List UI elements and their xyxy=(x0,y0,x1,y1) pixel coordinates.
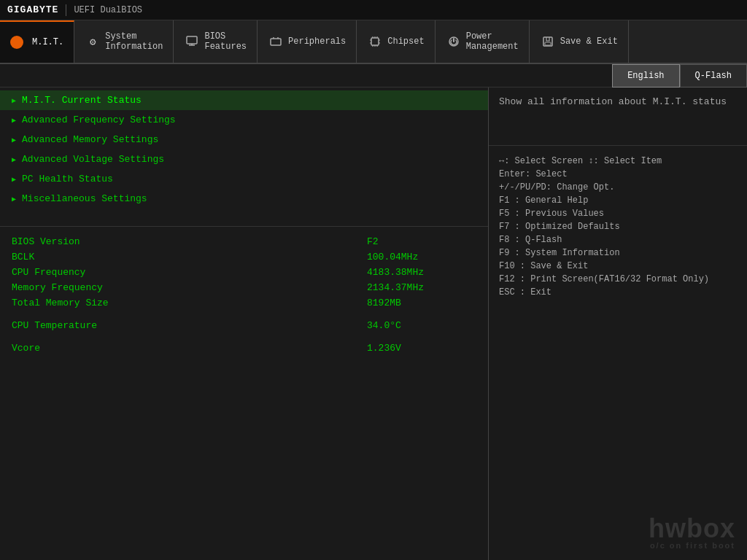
tab-power-management[interactable]: PowerManagement xyxy=(436,20,530,63)
shortcut-enter: Enter: Select xyxy=(499,168,737,181)
svg-rect-0 xyxy=(187,36,197,44)
info-row-bios-version: BIOS Version F2 xyxy=(12,234,476,249)
uefi-label: UEFI DualBIOS xyxy=(74,5,142,15)
right-panel: Show all information about M.I.T. status… xyxy=(489,88,747,560)
svg-rect-6 xyxy=(371,38,379,45)
tab-power-label: PowerManagement xyxy=(466,31,519,52)
english-button[interactable]: English xyxy=(612,64,679,88)
menu-label-4: Advanced Voltage Settings xyxy=(22,154,164,165)
shortcuts-section: ↔: Select Screen ↕: Select Item Enter: S… xyxy=(489,146,747,560)
mem-freq-value: 2134.37MHz xyxy=(367,282,476,293)
total-mem-label: Total Memory Size xyxy=(12,298,158,308)
menu-item-advanced-memory[interactable]: ▶ Advanced Memory Settings xyxy=(0,130,488,149)
chipset-icon xyxy=(367,34,383,50)
tab-mit-label: M.I.T. xyxy=(32,37,63,47)
menu-label-5: PC Health Status xyxy=(22,174,113,184)
shortcut-f7: F7 : Optimized Defaults xyxy=(499,220,737,233)
arrow-icon-4: ▶ xyxy=(12,155,16,164)
tab-peripherals[interactable]: Peripherals xyxy=(258,20,357,63)
arrow-icon-6: ▶ xyxy=(12,195,16,203)
tab-mit[interactable]: M.I.T. xyxy=(0,20,74,63)
main-content: ▶ M.I.T. Current Status ▶ Advanced Frequ… xyxy=(0,88,747,560)
save-exit-icon xyxy=(540,34,556,50)
info-section: BIOS Version F2 BCLK 100.04MHz CPU Frequ… xyxy=(0,226,488,363)
bclk-value: 100.04MHz xyxy=(367,252,476,262)
mem-freq-label: Memory Frequency xyxy=(12,282,158,293)
cpu-temp-value: 34.0°C xyxy=(367,320,476,331)
header-bar: GIGABYTE UEFI DualBIOS xyxy=(0,0,747,20)
menu-item-pc-health[interactable]: ▶ PC Health Status xyxy=(0,169,488,189)
tab-system-info-label: SystemInformation xyxy=(105,31,163,52)
info-row-bclk: BCLK 100.04MHz xyxy=(12,249,476,265)
menu-item-advanced-voltage[interactable]: ▶ Advanced Voltage Settings xyxy=(0,149,488,169)
bios-version-label: BIOS Version xyxy=(12,236,158,247)
tab-peripherals-label: Peripherals xyxy=(288,36,346,47)
system-info-icon: ⚙ xyxy=(85,34,101,50)
menu-list: ▶ M.I.T. Current Status ▶ Advanced Frequ… xyxy=(0,88,488,211)
shortcut-f1: F1 : General Help xyxy=(499,194,737,207)
tab-bios-features-label: BIOSFeatures xyxy=(204,31,247,52)
brand-divider xyxy=(66,4,66,16)
total-mem-value: 8192MB xyxy=(367,298,476,308)
qflash-button[interactable]: Q-Flash xyxy=(680,64,747,88)
tab-chipset-label: Chipset xyxy=(387,36,424,47)
nav-tabs: M.I.T. ⚙ SystemInformation BIOSFeatures … xyxy=(0,20,747,64)
peripherals-icon xyxy=(268,34,284,50)
menu-item-misc[interactable]: ▶ Miscellaneous Settings xyxy=(0,189,488,209)
shortcut-f10: F10 : Save & Exit xyxy=(499,260,737,273)
tab-chipset[interactable]: Chipset xyxy=(357,20,435,63)
menu-label-3: Advanced Memory Settings xyxy=(22,134,158,145)
shortcut-esc: ESC : Exit xyxy=(499,286,737,299)
svg-rect-19 xyxy=(545,42,551,45)
menu-label-1: M.I.T. Current Status xyxy=(22,95,142,106)
tab-bios-features[interactable]: BIOSFeatures xyxy=(174,20,258,63)
left-panel: ▶ M.I.T. Current Status ▶ Advanced Frequ… xyxy=(0,88,489,560)
shortcut-f12: F12 : Print Screen(FAT16/32 Format Only) xyxy=(499,273,737,286)
menu-item-mit-current-status[interactable]: ▶ M.I.T. Current Status xyxy=(0,90,488,110)
shortcut-change-opt: +/-/PU/PD: Change Opt. xyxy=(499,181,737,194)
vcore-value: 1.236V xyxy=(367,343,476,354)
shortcut-f9: F9 : System Information xyxy=(499,246,737,260)
shortcut-f5: F5 : Previous Values xyxy=(499,207,737,220)
spacer-2 xyxy=(12,333,476,341)
info-row-cpu-freq: CPU Frequency 4183.38MHz xyxy=(12,265,476,280)
bios-version-value: F2 xyxy=(367,236,476,247)
vcore-label: Vcore xyxy=(12,343,158,354)
cpu-freq-label: CPU Frequency xyxy=(12,267,158,278)
arrow-icon-2: ▶ xyxy=(12,116,16,125)
info-row-mem-freq: Memory Frequency 2134.37MHz xyxy=(12,280,476,295)
info-row-cpu-temp: CPU Temperature 34.0°C xyxy=(12,318,476,333)
power-icon xyxy=(446,34,462,50)
tab-save-exit[interactable]: Save & Exit xyxy=(530,20,629,63)
menu-label-6: Miscellaneous Settings xyxy=(22,193,147,204)
help-text: Show all information about M.I.T. status xyxy=(489,88,747,146)
info-row-vcore: Vcore 1.236V xyxy=(12,341,476,356)
shortcut-f8: F8 : Q-Flash xyxy=(499,233,737,246)
brand-logo: GIGABYTE xyxy=(7,4,58,15)
tab-system-info[interactable]: ⚙ SystemInformation xyxy=(74,20,174,63)
spacer-1 xyxy=(12,311,476,318)
arrow-icon-1: ▶ xyxy=(12,96,16,105)
bios-features-icon xyxy=(184,34,200,50)
shortcut-select-screen: ↔: Select Screen ↕: Select Item xyxy=(499,155,737,168)
bclk-label: BCLK xyxy=(12,252,158,262)
info-row-total-mem: Total Memory Size 8192MB xyxy=(12,295,476,311)
svg-rect-3 xyxy=(271,39,281,45)
mit-dot-icon xyxy=(10,36,23,49)
arrow-icon-3: ▶ xyxy=(12,136,16,144)
tab-save-exit-label: Save & Exit xyxy=(560,36,618,47)
menu-item-advanced-frequency[interactable]: ▶ Advanced Frequency Settings xyxy=(0,110,488,130)
arrow-icon-5: ▶ xyxy=(12,175,16,184)
menu-label-2: Advanced Frequency Settings xyxy=(22,114,176,125)
cpu-freq-value: 4183.38MHz xyxy=(367,267,476,278)
cpu-temp-label: CPU Temperature xyxy=(12,320,158,331)
lang-bar: English Q-Flash xyxy=(0,64,747,88)
